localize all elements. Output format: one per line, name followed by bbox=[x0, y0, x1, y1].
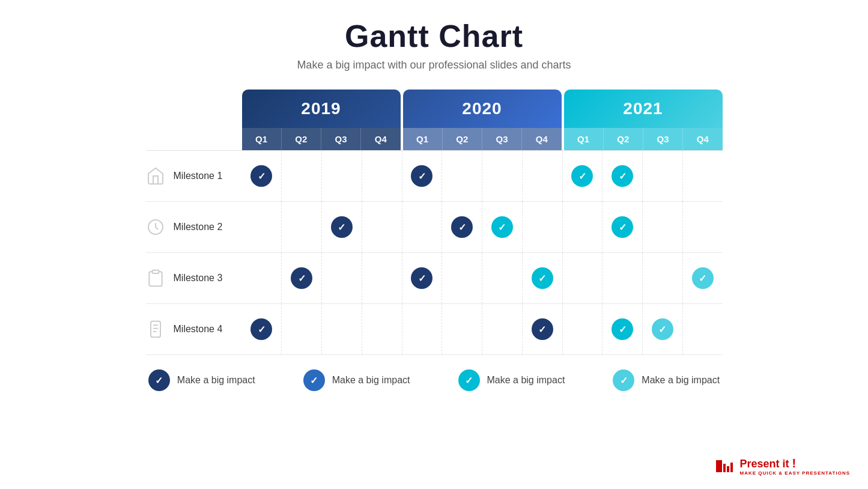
m2-2019-q2 bbox=[282, 202, 322, 252]
year-block-2021: 2021 bbox=[564, 90, 723, 128]
year-label-2021: 2021 bbox=[623, 99, 663, 118]
m2-2019-q3: ✓ bbox=[322, 202, 362, 252]
page-title: Gantt Chart bbox=[297, 18, 571, 54]
m4-2020-q4: ✓ bbox=[523, 304, 563, 354]
legend-check-light-teal: ✓ bbox=[613, 369, 634, 391]
m4-2021-q3: ✓ bbox=[643, 304, 683, 354]
milestone-4-label: Milestone 4 bbox=[146, 320, 242, 339]
m1-2019-q1: ✓ bbox=[242, 151, 282, 201]
m4-2021-q1 bbox=[563, 304, 603, 354]
m2-2019-q4 bbox=[362, 202, 402, 252]
quarter-group-2019: Q1 Q2 Q3 Q4 bbox=[242, 128, 401, 150]
legend-label-1: Make a big impact bbox=[177, 375, 255, 386]
legend-label-2: Make a big impact bbox=[332, 375, 410, 386]
svg-rect-9 bbox=[730, 463, 733, 472]
q2-2019: Q2 bbox=[282, 128, 321, 150]
milestone-1-row: Milestone 1 ✓ ✓ bbox=[146, 151, 723, 202]
m4-2020-q1 bbox=[402, 304, 443, 354]
m2-2021-q2: ✓ bbox=[602, 202, 643, 252]
legend-row: ✓ Make a big impact ✓ Make a big impact … bbox=[148, 369, 720, 391]
m1-2019-q4 bbox=[362, 151, 402, 201]
check-m1-2019-q1: ✓ bbox=[250, 165, 272, 187]
m2-2020-q2: ✓ bbox=[442, 202, 482, 252]
q4-2021: Q4 bbox=[683, 128, 722, 150]
milestone-2-name: Milestone 2 bbox=[174, 222, 223, 232]
m2-2020-q3: ✓ bbox=[482, 202, 523, 252]
q4-2020: Q4 bbox=[522, 128, 561, 150]
brand-icon-svg bbox=[715, 455, 736, 477]
q3-2020: Q3 bbox=[482, 128, 522, 150]
m3-2019-q3 bbox=[322, 253, 362, 303]
q3-2019: Q3 bbox=[321, 128, 361, 150]
m3-2020-q4: ✓ bbox=[523, 253, 563, 303]
year-header-row: 2019 2020 2021 bbox=[242, 90, 723, 128]
milestone-2-row: Milestone 2 ✓ ✓ bbox=[146, 202, 723, 253]
m3-2020-q2 bbox=[442, 253, 482, 303]
m4-2019-q4 bbox=[362, 304, 402, 354]
m2-2020-q1 bbox=[402, 202, 443, 252]
legend-item-1: ✓ Make a big impact bbox=[148, 369, 255, 391]
year-block-2019: 2019 bbox=[242, 90, 401, 128]
q1-2020: Q1 bbox=[403, 128, 443, 150]
q1-2021: Q1 bbox=[564, 128, 604, 150]
q2-2021: Q2 bbox=[604, 128, 643, 150]
milestone-3-row: Milestone 3 ✓ ✓ bbox=[146, 253, 723, 304]
m3-2021-q4: ✓ bbox=[683, 253, 723, 303]
m1-2021-q2: ✓ bbox=[602, 151, 643, 201]
year-label-2020: 2020 bbox=[462, 99, 502, 118]
legend-label-3: Make a big impact bbox=[487, 375, 565, 386]
svg-rect-1 bbox=[152, 270, 159, 273]
m1-2021-q1: ✓ bbox=[563, 151, 603, 201]
check-m1-2021-q1: ✓ bbox=[571, 165, 593, 187]
q2-2020: Q2 bbox=[443, 128, 482, 150]
m2-2021-q1 bbox=[563, 202, 603, 252]
check-m2-2019-q3: ✓ bbox=[331, 216, 353, 238]
legend-item-4: ✓ Make a big impact bbox=[613, 369, 720, 391]
page-subtitle: Make a big impact with our professional … bbox=[297, 59, 571, 71]
check-m2-2021-q2: ✓ bbox=[612, 216, 633, 238]
m4-2021-q4 bbox=[683, 304, 723, 354]
m4-2020-q3 bbox=[482, 304, 523, 354]
check-m2-2020-q2: ✓ bbox=[451, 216, 473, 238]
quarter-header-row: Q1 Q2 Q3 Q4 Q1 Q2 Q3 Q4 Q1 Q2 Q3 Q4 bbox=[242, 128, 723, 150]
milestone-4-row: Milestone 4 ✓ ✓ bbox=[146, 304, 723, 355]
m2-2021-q3 bbox=[643, 202, 683, 252]
milestone-2-label: Milestone 2 bbox=[146, 217, 242, 237]
list-icon bbox=[146, 320, 165, 339]
legend-item-3: ✓ Make a big impact bbox=[458, 369, 565, 391]
m3-2019-q2: ✓ bbox=[282, 253, 322, 303]
m2-2019-q1 bbox=[242, 202, 282, 252]
m1-2019-q3 bbox=[322, 151, 362, 201]
m3-2021-q2 bbox=[602, 253, 643, 303]
check-m3-2020-q1: ✓ bbox=[411, 267, 432, 289]
m3-2019-q4 bbox=[362, 253, 402, 303]
brand-name: Present it ! bbox=[740, 457, 850, 470]
check-m4-2020-q4: ✓ bbox=[532, 318, 553, 340]
year-block-2020: 2020 bbox=[403, 90, 562, 128]
check-m4-2019-q1: ✓ bbox=[250, 318, 272, 340]
check-m2-2020-q3: ✓ bbox=[491, 216, 513, 238]
check-m1-2020-q1: ✓ bbox=[411, 165, 432, 187]
m1-2020-q1: ✓ bbox=[402, 151, 443, 201]
m4-2019-q3 bbox=[322, 304, 362, 354]
m1-2020-q2 bbox=[442, 151, 482, 201]
legend-label-4: Make a big impact bbox=[642, 375, 720, 386]
m3-2021-q1 bbox=[563, 253, 603, 303]
milestone-3-name: Milestone 3 bbox=[174, 273, 223, 284]
year-label-2019: 2019 bbox=[301, 99, 341, 118]
milestone-1-label: Milestone 1 bbox=[146, 166, 242, 186]
data-section: Milestone 1 ✓ ✓ bbox=[146, 150, 723, 355]
quarter-group-2021: Q1 Q2 Q3 Q4 bbox=[564, 128, 723, 150]
svg-rect-2 bbox=[151, 321, 160, 338]
title-section: Gantt Chart Make a big impact with our p… bbox=[297, 18, 571, 71]
legend-check-medium: ✓ bbox=[303, 369, 325, 391]
brand-text: Present it ! MAKE QUICK & EASY PRESENTAT… bbox=[740, 457, 850, 476]
clipboard-icon bbox=[146, 269, 165, 288]
m1-2020-q4 bbox=[523, 151, 563, 201]
q3-2021: Q3 bbox=[643, 128, 683, 150]
home-icon bbox=[146, 166, 165, 186]
m3-2021-q3 bbox=[643, 253, 683, 303]
m1-2021-q3 bbox=[643, 151, 683, 201]
milestone-3-label: Milestone 3 bbox=[146, 269, 242, 288]
legend-item-2: ✓ Make a big impact bbox=[303, 369, 410, 391]
